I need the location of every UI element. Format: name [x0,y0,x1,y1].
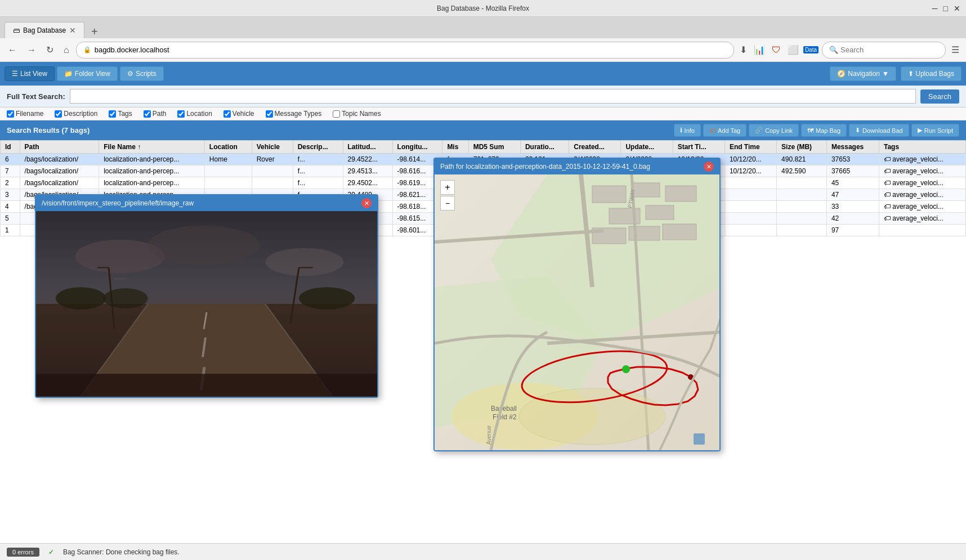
col-vehicle[interactable]: Vehicle [252,141,293,154]
list-view-icon: ☰ [12,70,18,78]
table-cell [777,177,827,189]
filter-description[interactable]: Description [55,110,97,118]
browser-search-bar[interactable]: 🔍 [822,42,946,59]
folder-view-button[interactable]: 📁 Folder View [57,66,118,81]
navigation-dropdown-button[interactable]: 🧭 Navigation ▼ [830,66,896,81]
scripts-button[interactable]: ⚙ Scripts [120,66,164,81]
table-cell [252,165,293,177]
close-icon[interactable]: ✕ [954,4,960,13]
map-icon: 🗺 [807,127,813,134]
col-location[interactable]: Location [204,141,252,154]
filter-path[interactable]: Path [144,110,167,118]
table-cell: 490.821 [777,154,827,165]
table-cell [724,213,776,225]
table-cell: 97 [826,225,879,236]
url-bar[interactable]: 🔒 [76,42,734,59]
col-longitude[interactable]: Longitu... [392,141,442,154]
col-missing[interactable]: Mis [442,141,468,154]
extensions-icon[interactable]: 📊 [752,43,767,56]
scanner-status: Bag Scanner: Done checking bag files. [63,548,180,556]
results-actions: ℹ Info 🏷 Add Tag 🔗 Copy Link 🗺 Map Bag ⬇… [674,124,959,137]
map-zoom-controls: + − [440,180,455,210]
data-icon[interactable]: Data [803,46,819,53]
search-button[interactable]: Search [920,89,959,104]
table-cell [777,225,827,236]
zoom-in-button[interactable]: + [440,180,455,195]
svg-point-39 [519,388,665,445]
download-icon[interactable]: ⬇ [737,43,749,56]
browser-titlebar: Bag Database - Mozilla Firefox ─ □ ✕ [0,0,966,17]
screen-icon[interactable]: ⬜ [785,43,801,56]
forward-button[interactable]: → [24,43,39,57]
table-cell: 47 [826,189,879,201]
tag-icon: 🏷 [709,127,715,134]
table-cell [777,189,827,201]
table-cell: 6 [1,154,20,165]
table-cell: 37653 [826,154,879,165]
col-path[interactable]: Path [20,141,99,154]
info-button[interactable]: ℹ Info [674,124,701,137]
filter-vehicle[interactable]: Vehicle [223,110,254,118]
svg-rect-24 [592,186,626,203]
svg-text:Avenue: Avenue [486,425,492,445]
browser-tab[interactable]: 🗃 Bag Database ✕ [5,22,84,38]
shield-icon[interactable]: 🛡 [770,44,783,56]
table-cell: /bags/localization/ [20,154,99,165]
col-latitude[interactable]: Latitud... [343,141,392,154]
col-tags[interactable]: Tags [879,141,965,154]
zoom-out-button[interactable]: − [440,196,455,210]
map-popup-titlebar: Path for localization-and-perception-dat… [435,159,719,174]
col-updated[interactable]: Update... [621,141,673,154]
table-cell: f... [293,165,343,177]
table-cell [724,201,776,213]
tab-close-button[interactable]: ✕ [69,26,76,35]
col-created[interactable]: Created... [569,141,621,154]
download-bag-button[interactable]: ⬇ Download Bad [849,124,909,137]
home-button[interactable]: ⌂ [60,43,73,57]
browser-search-input[interactable] [840,46,938,54]
road-scene-svg [36,211,377,397]
col-id[interactable]: Id [1,141,20,154]
results-title: Search Results (7 bags) [7,126,90,135]
table-cell [204,165,252,177]
minimize-icon[interactable]: ─ [932,4,938,13]
col-size[interactable]: Size (MB) [777,141,827,154]
filter-filename[interactable]: Filename [7,110,43,118]
table-cell: 1 [1,225,20,236]
new-tab-button[interactable]: + [88,25,101,38]
add-tag-button[interactable]: 🏷 Add Tag [703,124,746,137]
filter-message-types[interactable]: Message Types [266,110,322,118]
table-cell: 492.590 [777,165,827,177]
copy-link-button[interactable]: 🔗 Copy Link [749,124,799,137]
menu-icon[interactable]: ☰ [949,43,961,56]
filter-location[interactable]: Location [177,110,212,118]
url-input[interactable] [95,46,727,54]
reload-button[interactable]: ↻ [43,42,57,57]
col-duration[interactable]: Duratio... [520,141,569,154]
col-filename[interactable]: File Name ↑ [99,141,205,154]
table-cell [879,225,965,236]
col-messages[interactable]: Messages [826,141,879,154]
map-popup: Path for localization-and-perception-dat… [433,158,721,451]
list-view-button[interactable]: ☰ List View [5,66,55,81]
status-check-icon: ✓ [48,548,54,556]
col-md5[interactable]: MD5 Sum [468,141,520,154]
upload-bags-button[interactable]: ⬆ Upload Bags [901,66,961,81]
maximize-icon[interactable]: □ [943,4,948,13]
filter-tags[interactable]: Tags [109,110,132,118]
map-popup-close-button[interactable]: ✕ [704,162,714,172]
table-cell: 4 [1,201,20,213]
search-input[interactable] [70,89,916,104]
filter-topic-names[interactable]: Topic Names [333,110,381,118]
image-popup-close-button[interactable]: ✕ [361,198,372,208]
map-bag-button[interactable]: 🗺 Map Bag [801,124,847,137]
col-start-time[interactable]: Start Ti... [673,141,724,154]
table-cell: 37665 [826,165,879,177]
run-script-button[interactable]: ▶ Run Script [911,124,959,137]
col-description[interactable]: Descrip... [293,141,343,154]
table-cell: 33 [826,201,879,213]
table-header-row: Id Path File Name ↑ Location Vehicle Des… [1,141,966,154]
error-badge[interactable]: 0 errors [7,548,39,557]
back-button[interactable]: ← [5,43,20,57]
col-end-time[interactable]: End Time [724,141,776,154]
